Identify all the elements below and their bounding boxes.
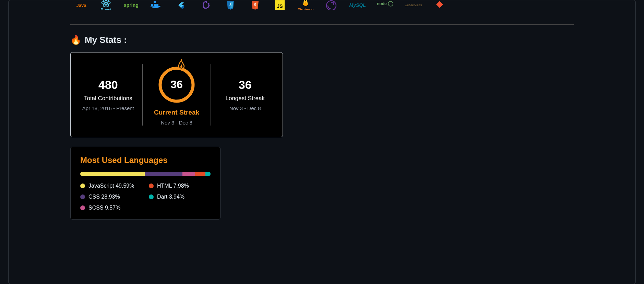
- tech-flutter: [174, 0, 188, 10]
- flutter-icon: [176, 0, 186, 10]
- legend-dot-icon: [80, 205, 85, 210]
- tech-html: 5: [248, 0, 262, 10]
- svg-text:5: 5: [254, 3, 256, 7]
- svg-rect-6: [156, 4, 158, 6]
- node-icon: node: [377, 0, 394, 10]
- longest-streak-range: Nov 3 - Dec 8: [229, 105, 261, 111]
- stats-heading-text: My Stats :: [85, 35, 127, 45]
- html-icon: 5: [251, 0, 260, 10]
- legend-label: CSS 28.93%: [88, 194, 120, 200]
- stats-heading: 🔥 My Stats :: [70, 35, 574, 45]
- tech-js: JS: [273, 0, 287, 10]
- svg-rect-5: [154, 4, 156, 6]
- legend-label: SCSS 9.57%: [88, 205, 120, 211]
- total-contributions-value: 480: [98, 78, 118, 92]
- lang-bar-segment: [205, 172, 211, 176]
- tech-gatsby: [324, 0, 338, 10]
- js-icon: JS: [275, 0, 285, 10]
- streak-ring: 36: [156, 64, 197, 105]
- svg-text:JS: JS: [277, 3, 283, 9]
- svg-text:node: node: [377, 1, 387, 6]
- languages-legend: JavaScript 49.59%HTML 7.98%CSS 28.93%Dar…: [80, 183, 211, 211]
- tech-node: node: [377, 0, 394, 10]
- current-streak-label: Current Streak: [154, 109, 199, 116]
- gatsby-icon: [326, 0, 336, 10]
- lang-bar-segment: [195, 172, 205, 176]
- legend-label: HTML 7.98%: [157, 183, 189, 189]
- legend-label: Dart 3.94%: [157, 194, 184, 200]
- legend-label: JavaScript 49.59%: [88, 183, 134, 189]
- git-icon: [436, 0, 444, 10]
- tech-redux: [199, 0, 213, 10]
- current-streak-value: 36: [170, 78, 183, 91]
- fire-emoji-icon: 🔥: [70, 35, 81, 45]
- tech-git: [433, 0, 446, 10]
- svg-point-3: [105, 2, 107, 4]
- legend-dot-icon: [149, 184, 154, 188]
- tech-stack-row: Java React spring 3 5 JS Firebase MySQL …: [74, 0, 574, 10]
- languages-title: Most Used Languages: [80, 155, 211, 165]
- legend-item: JavaScript 49.59%: [80, 183, 142, 189]
- total-contributions-label: Total Contributions: [84, 95, 132, 102]
- tech-docker: [150, 0, 163, 10]
- longest-streak-col: 36 Longest Streak Nov 3 - Dec 8: [211, 78, 279, 111]
- lang-bar-segment: [80, 172, 145, 176]
- svg-point-17: [388, 1, 393, 6]
- tech-react: React: [99, 0, 113, 10]
- legend-dot-icon: [80, 194, 85, 199]
- tech-css: 3: [224, 0, 237, 10]
- svg-rect-4: [151, 4, 153, 6]
- lang-bar-segment: [182, 172, 195, 176]
- tech-mysql: MySQL: [349, 2, 366, 8]
- tech-spring: spring: [124, 2, 139, 8]
- languages-card: Most Used Languages JavaScript 49.59%HTM…: [70, 147, 220, 220]
- svg-point-8: [203, 7, 204, 8]
- svg-point-10: [205, 1, 207, 3]
- css-icon: 3: [226, 0, 235, 10]
- longest-streak-value: 36: [239, 78, 252, 92]
- longest-streak-label: Longest Streak: [226, 95, 265, 102]
- svg-point-9: [207, 3, 209, 5]
- current-streak-range: Nov 3 - Dec 8: [161, 120, 192, 126]
- tech-firebase: Firebase: [298, 0, 314, 10]
- section-divider: [70, 24, 574, 25]
- legend-item: SCSS 9.57%: [80, 205, 142, 211]
- languages-bar: [80, 172, 211, 176]
- lang-bar-segment: [145, 172, 182, 176]
- tech-java: Java: [74, 3, 88, 8]
- current-streak-col: 36 Current Streak Nov 3 - Dec 8: [143, 64, 211, 126]
- legend-item: CSS 28.93%: [80, 194, 142, 200]
- streak-stats-card: 480 Total Contributions Apr 18, 2016 - P…: [70, 52, 283, 137]
- svg-text:3: 3: [229, 3, 231, 7]
- react-icon: [101, 0, 111, 8]
- svg-rect-7: [154, 1, 156, 3]
- tech-aws: webservices: [405, 3, 422, 7]
- docker-icon: [150, 0, 163, 10]
- legend-dot-icon: [80, 184, 85, 188]
- legend-dot-icon: [149, 194, 154, 199]
- redux-icon: [200, 0, 211, 10]
- total-contributions-range: Apr 18, 2016 - Present: [82, 105, 134, 111]
- total-contributions-col: 480 Total Contributions Apr 18, 2016 - P…: [74, 78, 142, 111]
- legend-item: HTML 7.98%: [149, 183, 211, 189]
- legend-item: Dart 3.94%: [149, 194, 211, 200]
- firebase-icon: [302, 0, 309, 8]
